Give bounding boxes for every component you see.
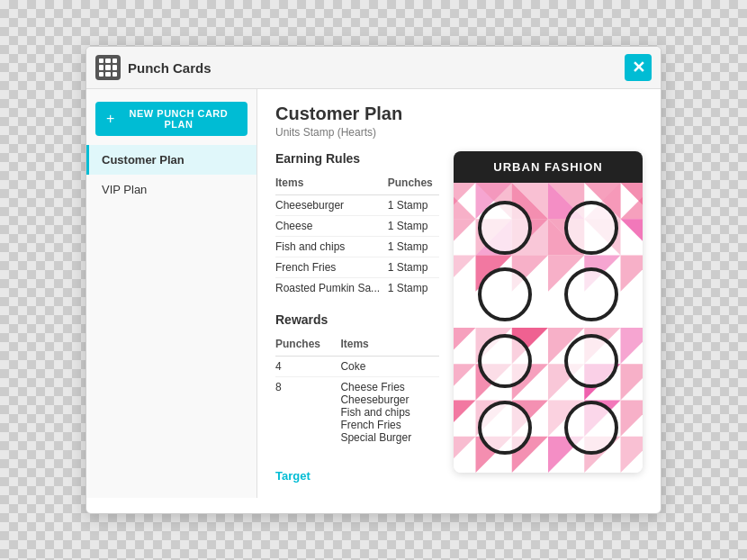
punches-cell: 1 Stamp (388, 216, 439, 237)
table-row: Cheese 1 Stamp (275, 216, 439, 237)
rewards-title: Rewards (275, 312, 439, 327)
icon-dot (112, 59, 117, 63)
sidebar-item-customer-plan[interactable]: Customer Plan (86, 145, 256, 175)
table-row: Roasted Pumkin Sa... 1 Stamp (275, 278, 439, 299)
window-title: Punch Cards (128, 60, 212, 76)
col-items: Items (340, 334, 439, 357)
window-body: + NEW PUNCH CARD PLAN Customer Plan VIP … (86, 89, 661, 498)
item-cell: Cheeseburger (275, 195, 388, 216)
icon-dot (105, 72, 110, 77)
title-bar: Punch Cards ✕ (86, 47, 661, 89)
punch-card-brand: URBAN FASHION (454, 151, 643, 183)
punch-circle (564, 201, 618, 255)
title-bar-left: Punch Cards (95, 55, 212, 80)
rewards-table: Punches Items 4 Coke 8 Cheese FriesChees… (275, 334, 439, 447)
punches-cell: 1 Stamp (388, 278, 439, 299)
punches-cell: 1 Stamp (388, 195, 439, 216)
items-cell: Coke (340, 357, 439, 377)
item-cell: French Fries (275, 257, 388, 278)
item-cell: Fish and chips (275, 237, 388, 257)
col-punches: Punches (275, 334, 340, 357)
plus-icon: + (106, 112, 115, 126)
item-cell: Roasted Pumkin Sa... (275, 278, 388, 299)
table-row: French Fries 1 Stamp (275, 257, 439, 278)
earning-rules-table: Items Punches Cheeseburger 1 Stamp Chees… (275, 173, 439, 298)
main-window: Punch Cards ✕ + NEW PUNCH CARD PLAN Cust… (86, 46, 662, 514)
punch-circle (564, 401, 618, 455)
table-row: 4 Coke (275, 357, 439, 377)
close-button[interactable]: ✕ (625, 54, 652, 81)
punch-card: URBAN FASHION (454, 151, 643, 473)
plan-title: Customer Plan (275, 104, 643, 124)
target-link[interactable]: Target (275, 469, 310, 483)
icon-dot (99, 59, 104, 63)
icon-dot (112, 72, 117, 77)
plan-subtitle: Units Stamp (Hearts) (275, 126, 643, 139)
punches-cell: 8 (275, 377, 340, 448)
new-plan-label: NEW PUNCH CARD PLAN (121, 108, 237, 130)
punch-circle (478, 401, 532, 455)
punches-cell: 4 (275, 357, 340, 377)
content-columns: Earning Rules Items Punches Cheeseburger… (275, 151, 643, 483)
col-punches: Punches (388, 173, 439, 195)
icon-dot (99, 65, 104, 69)
icon-dot (105, 59, 110, 63)
main-content: Customer Plan Units Stamp (Hearts) Earni… (257, 89, 661, 498)
icon-dot (105, 65, 110, 69)
punch-card-body (454, 183, 643, 473)
sidebar: + NEW PUNCH CARD PLAN Customer Plan VIP … (86, 89, 257, 498)
punches-cell: 1 Stamp (388, 237, 439, 257)
table-row: 8 Cheese FriesCheeseburgerFish and chips… (275, 377, 439, 448)
punch-circle (564, 267, 618, 321)
punch-circle (478, 267, 532, 321)
punch-circle (478, 201, 532, 255)
new-punch-card-plan-button[interactable]: + NEW PUNCH CARD PLAN (95, 102, 248, 136)
items-cell: Cheese FriesCheeseburgerFish and chipsFr… (340, 377, 439, 448)
icon-dot (112, 65, 117, 69)
punch-circle (478, 334, 532, 388)
punch-circles-grid (464, 194, 632, 462)
item-cell: Cheese (275, 216, 388, 237)
punch-circle (564, 334, 618, 388)
table-row: Cheeseburger 1 Stamp (275, 195, 439, 216)
earning-rules-title: Earning Rules (275, 151, 439, 166)
icon-dot (99, 72, 104, 77)
sidebar-item-label: Customer Plan (102, 153, 184, 167)
table-row: Fish and chips 1 Stamp (275, 237, 439, 257)
col-items: Items (275, 173, 388, 195)
sidebar-item-vip-plan[interactable]: VIP Plan (86, 175, 256, 204)
left-column: Earning Rules Items Punches Cheeseburger… (275, 151, 439, 483)
sidebar-item-label: VIP Plan (102, 183, 147, 196)
punches-cell: 1 Stamp (388, 257, 439, 278)
app-icon (95, 55, 121, 80)
